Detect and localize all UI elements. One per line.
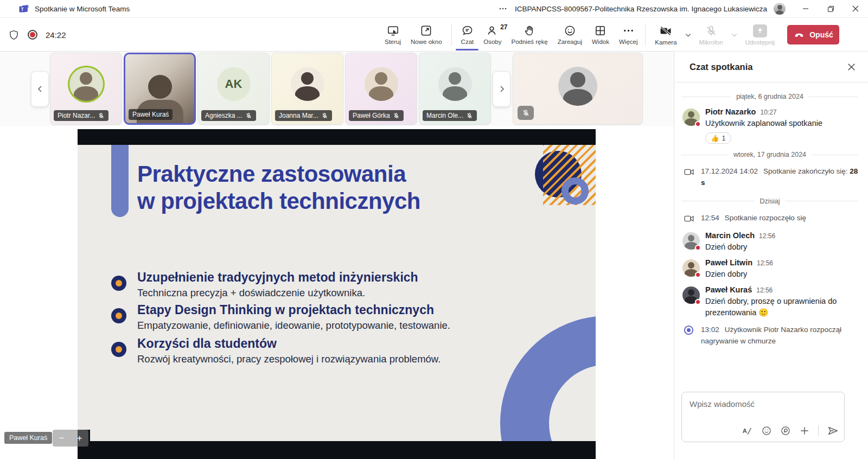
mic-off-icon: [98, 112, 105, 119]
participant-name: Paweł Górka: [353, 112, 390, 119]
chat-event: 12:54Spotkanie rozpoczęło się: [681, 209, 858, 228]
format-icon[interactable]: A: [742, 425, 753, 437]
mic-off-icon: [466, 112, 473, 119]
slide-title: Praktyczne zastosowania w projektach tec…: [137, 161, 420, 214]
attach-plus-icon[interactable]: [799, 425, 810, 436]
chat-date-divider: Dzisiaj: [681, 197, 858, 205]
participant-name: Joanna Mar...: [279, 112, 318, 119]
raise-hand-button[interactable]: Podnieś rękę: [507, 18, 553, 52]
slide-vertical-bar-decoration: [111, 145, 129, 217]
zoom-control: − +: [53, 430, 88, 447]
chat-compose-box[interactable]: A: [681, 392, 845, 442]
thumbs-up-icon: 👍: [711, 134, 719, 142]
presence-badge: [695, 299, 701, 305]
bullet-icon: [111, 342, 126, 357]
svg-text:T: T: [21, 7, 24, 12]
avatar: [365, 67, 398, 101]
slide-small-ring-decoration: [561, 177, 589, 205]
camera-button[interactable]: Kamera: [650, 24, 681, 46]
mic-off-icon: [321, 112, 328, 119]
strip-scroll-right-button[interactable]: [493, 71, 510, 107]
new-window-button[interactable]: Nowe okno: [406, 18, 447, 52]
mic-off-icon: [245, 112, 252, 119]
leave-button[interactable]: Opuść: [787, 25, 839, 44]
avatar: [682, 109, 700, 126]
shield-icon: [8, 29, 20, 41]
avatar: [682, 232, 700, 250]
zoom-out-button[interactable]: −: [53, 433, 71, 444]
window-title: Spotkanie w Microsoft Teams: [35, 5, 130, 13]
hangup-icon: [793, 29, 805, 41]
chat-event: 13:02Użytkownik Piotr Nazarko rozpoczął …: [681, 321, 858, 351]
chat-message: Marcin Olech 12:56 Dzień dobry: [681, 228, 858, 255]
avatar: [682, 286, 700, 304]
shared-slide: Praktyczne zastosowania w projektach tec…: [78, 129, 596, 459]
share-button[interactable]: Udostępnij: [741, 24, 780, 46]
chat-event: 17.12.2024 14:02Spotkanie zakończyło się…: [681, 162, 858, 193]
strip-scroll-left-button[interactable]: [31, 71, 49, 107]
participant-tile[interactable]: Paweł Górka: [345, 53, 417, 125]
react-button[interactable]: Zareaguj: [553, 18, 587, 52]
titlebar-more-icon[interactable]: [499, 4, 507, 13]
recording-indicator-icon: [28, 30, 37, 40]
slide-letterbox-top: [78, 129, 596, 145]
participant-tile-active-speaker[interactable]: Paweł Kuraś: [124, 53, 196, 125]
presence-badge: [695, 121, 701, 127]
camera-icon: [684, 167, 694, 189]
participant-tile[interactable]: Joanna Mar...: [271, 53, 343, 125]
send-icon[interactable]: [827, 425, 839, 437]
avatar: [438, 67, 472, 101]
chat-panel: Czat spotkania piątek, 6 grudnia 2024 Pi…: [674, 52, 868, 459]
chat-message: Paweł Kuraś 12:56 Dzień dobry, proszę o …: [681, 282, 858, 321]
zoom-in-button[interactable]: +: [71, 433, 88, 444]
video-strip: Piotr Nazar... Paweł Kuraś AK Agnieszka …: [0, 52, 674, 126]
participant-tile[interactable]: Piotr Nazar...: [50, 53, 122, 125]
minimize-button[interactable]: [793, 0, 818, 18]
chat-date-divider: wtorek, 17 grudnia 2024: [681, 151, 858, 158]
control-button[interactable]: Steruj: [380, 18, 406, 52]
teams-logo-icon: T: [18, 3, 29, 14]
participant-tile[interactable]: AK Agnieszka ...: [197, 53, 270, 125]
svg-text:A: A: [743, 428, 747, 434]
tab-chat[interactable]: Czat: [456, 18, 479, 52]
tab-people[interactable]: 27 Osoby: [478, 18, 506, 52]
restore-button[interactable]: [818, 0, 843, 18]
reaction-pill[interactable]: 👍 1: [705, 132, 731, 144]
mic-off-icon: [518, 106, 534, 120]
record-icon: [684, 325, 694, 347]
slide-bullet: Korzyści dla studentów Rozwój kreatywnoś…: [111, 336, 561, 365]
meeting-timer: 24:22: [46, 30, 66, 40]
slide-bullet: Uzupełnienie tradycyjnych metod inżynier…: [111, 270, 561, 299]
camera-icon: [684, 213, 694, 224]
bullet-icon: [111, 276, 126, 291]
more-button[interactable]: Więcej: [614, 18, 643, 52]
presenter-name-pill: Paweł Kuraś: [4, 432, 52, 444]
participant-name: Paweł Kuraś: [132, 111, 169, 118]
presentation-stage: Praktyczne zastosowania w projektach tec…: [0, 126, 674, 459]
local-participant-tile[interactable]: [513, 53, 643, 125]
avatar: [682, 259, 700, 277]
participant-name: Marcin Ole...: [426, 112, 463, 119]
presence-badge: [695, 245, 701, 251]
chat-close-icon[interactable]: [847, 62, 856, 72]
loop-component-icon[interactable]: [780, 425, 791, 436]
microphone-button[interactable]: Mikrofon: [694, 24, 728, 46]
close-button[interactable]: [843, 0, 868, 18]
chat-input[interactable]: [682, 392, 844, 416]
camera-options-chevron-icon[interactable]: [682, 31, 694, 39]
participant-name: Piotr Nazar...: [58, 112, 95, 119]
emoji-icon[interactable]: [761, 425, 772, 436]
participant-tile[interactable]: Marcin Ole...: [419, 53, 491, 125]
share-icon: [753, 24, 767, 37]
chat-message: Piotr Nazarko 10:27 Użytkownik zaplanowa…: [681, 104, 858, 146]
avatar: [69, 67, 103, 101]
meeting-toolbar: 24:22 Steruj Nowe okno Czat 27 Osoby: [0, 18, 868, 52]
user-avatar[interactable]: [774, 3, 786, 15]
view-button[interactable]: Widok: [587, 18, 614, 52]
chat-panel-title: Czat spotkania: [690, 62, 752, 72]
bullet-icon: [111, 308, 126, 323]
microphone-options-chevron-icon[interactable]: [728, 31, 741, 39]
slide-letterbox-bottom: [78, 441, 596, 459]
titlebar: T Spotkanie w Microsoft Teams ICBPANPCSS…: [0, 0, 868, 18]
mic-off-icon: [393, 112, 400, 119]
